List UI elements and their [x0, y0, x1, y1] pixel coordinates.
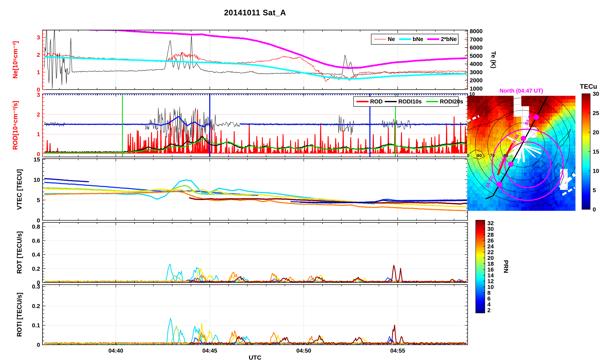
- y-tick-label: 0.1: [32, 322, 40, 329]
- right-axis-title: Te (K): [490, 51, 497, 68]
- y-tick-label: 3: [37, 92, 40, 98]
- colorbar-tick-label: 12: [487, 278, 494, 284]
- colorbar-tick-label: 32: [487, 220, 494, 226]
- panel-ne: 012310002000300040005000600070008000Te (…: [12, 22, 497, 93]
- colorbar-tick-label: 28: [487, 232, 494, 238]
- y-axis-title: ROT [TECU/s]: [16, 231, 23, 274]
- series-prn-yellow: [44, 188, 467, 207]
- y-axis-title: Ne[10⁵cm⁻³]: [12, 41, 19, 79]
- y-tick-label: 0.8: [32, 224, 40, 230]
- y-tick-label: 2: [37, 52, 40, 58]
- legend-label-bNe: bNe: [413, 36, 423, 42]
- colorbar-tick-label: 16: [487, 266, 494, 273]
- colorbar-tick-label: 6: [487, 295, 491, 302]
- series-bNe: [44, 57, 467, 79]
- panel-border: [43, 285, 468, 345]
- prn-colorbar: 2468101214161820222426283032PRN: [476, 220, 509, 313]
- right-tick-label: 4000: [470, 61, 483, 67]
- y-tick-label: 5: [37, 197, 40, 203]
- lat-label: 80: [504, 153, 508, 158]
- legend-label-Ne: Ne: [388, 36, 395, 42]
- series-baseline-blue-b: [240, 124, 467, 125]
- x-tick-label: 04:50: [296, 347, 311, 354]
- colorbar-tick-label: 2: [487, 307, 491, 313]
- x-tick-label: 04:55: [390, 347, 405, 354]
- series-Te: [44, 22, 467, 88]
- colorbar-tick-label: 26: [487, 237, 494, 244]
- track-time-dot: [508, 161, 514, 167]
- y-tick-label: 2: [37, 111, 40, 118]
- panel-roti: 00.10.20.3ROTI [TECU/s]04:4004:4504:5004…: [16, 283, 468, 354]
- series-detrend-noise: [44, 107, 467, 147]
- colorbar-tick-label: 0: [593, 206, 596, 213]
- panel-rod: 012310ROD[10⁴cm⁻³/s]RODRODI10sRODI20s: [12, 91, 475, 157]
- series-roti-orange: [44, 331, 466, 344]
- y-axis-title: ROTI [TECU/s]: [16, 292, 23, 337]
- map-title: North (04:47 UT): [500, 88, 543, 94]
- right-tick-label: 6000: [470, 44, 483, 51]
- track-time-dot: [497, 182, 502, 187]
- plot-canvas: 012310002000300040005000600070008000Te (…: [0, 0, 602, 364]
- legend-label-RODI20s: RODI20s: [440, 98, 463, 105]
- colorbar-tick-label: 4: [487, 301, 491, 308]
- y-tick-label: 15: [34, 156, 40, 163]
- colorbar-tick-label: 20: [593, 129, 599, 136]
- y-tick-label: 0: [37, 217, 40, 224]
- x-tick-label: 04:40: [108, 347, 123, 354]
- colorbar-axis-label: PRN: [503, 260, 509, 273]
- series-rot-maroon: [189, 265, 467, 282]
- colorbar-tick-label: 14: [487, 272, 494, 278]
- series-roti-maroon: [189, 325, 467, 344]
- x-tick-label: 04:45: [202, 347, 217, 354]
- panel-vtec: 051015VTEC [TECU]: [16, 156, 468, 224]
- y-tick-label: 1: [37, 69, 40, 75]
- legend-label-ROD: ROD: [370, 98, 383, 105]
- series-prn-navy-a: [44, 179, 89, 182]
- y-axis-title: VTEC [TECU]: [16, 169, 23, 210]
- track-time-dot: [534, 115, 539, 120]
- right-tick-label: 3000: [470, 69, 483, 75]
- colorbar-tick-label: 20: [487, 255, 494, 261]
- colorbar-tick-label: 30: [487, 226, 494, 232]
- panel-rot-series: [44, 264, 467, 282]
- y-tick-label: 3: [37, 34, 40, 41]
- tecu-colorbar: 051015202530TECu: [580, 83, 599, 213]
- series-Ne: [44, 52, 467, 82]
- colorbar-tick-label: 18: [487, 261, 494, 267]
- legend-label-2*bNe: 2*bNe: [441, 36, 457, 42]
- panel-border: [43, 222, 468, 283]
- lat-label: 70: [490, 153, 495, 158]
- colorbar-tick-label: 24: [487, 243, 494, 250]
- panel-vtec-series: [44, 179, 467, 211]
- panel-border: [43, 159, 468, 220]
- y-tick-label: 0.6: [32, 237, 40, 244]
- colorbar-tick-label: 5: [593, 187, 596, 193]
- panel-ne-series: [44, 22, 467, 88]
- colorbar-tick-label: 15: [593, 149, 599, 155]
- colorbar-tick-label: 10: [593, 168, 599, 174]
- panel-roti-series: [44, 318, 467, 344]
- track-time-dot: [521, 136, 526, 141]
- colorbar-tick-label: 25: [593, 110, 599, 116]
- legend: NebNe2*bNe: [371, 34, 458, 44]
- series-baseline-blue-a: [44, 117, 210, 127]
- right-tick-label: 2000: [470, 77, 483, 84]
- y-axis-title: ROD[10⁴cm⁻³/s]: [12, 101, 19, 150]
- right-tick-label: 1000: [470, 86, 483, 92]
- right-tick-label: 8000: [470, 28, 483, 34]
- colorbar-tick-label: 22: [487, 249, 494, 255]
- colorbar-tick-label: 10: [487, 284, 494, 290]
- legend: RODRODI10sRODI20s: [354, 96, 463, 107]
- right-tick-label: 7000: [470, 36, 483, 43]
- right-tick-label: 5000: [470, 53, 483, 59]
- colorbar-tick-label: 30: [593, 91, 599, 97]
- colorbar-tick-label: 8: [487, 289, 491, 296]
- lat-label: 60: [477, 153, 482, 158]
- panel-rot: 00.20.40.60.8ROT [TECU/s]: [16, 222, 468, 286]
- colorbar-title: TECu: [580, 83, 597, 90]
- y-tick-label: 10: [34, 177, 40, 183]
- y-tick-label: 0.2: [32, 303, 40, 309]
- y-tick-label: 1: [37, 131, 40, 138]
- y-tick-label: 0.4: [32, 251, 40, 258]
- y-tick-label: 0.2: [32, 266, 40, 272]
